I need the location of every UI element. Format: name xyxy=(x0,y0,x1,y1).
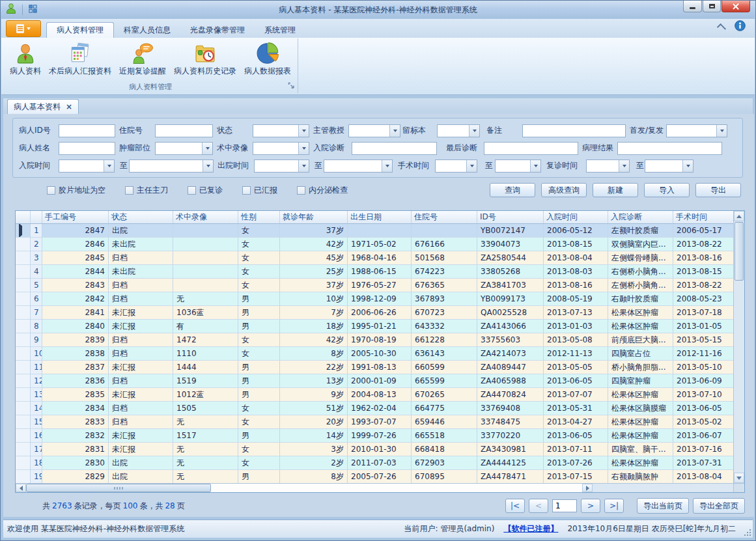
scroll-left-arrow[interactable] xyxy=(16,484,26,492)
export-current-page-button[interactable]: 导出当前页 xyxy=(637,498,689,514)
combo-dropdown-button[interactable] xyxy=(530,160,540,172)
combo-dropdown-button[interactable] xyxy=(104,160,114,172)
filter-combo-3-6[interactable] xyxy=(495,160,541,173)
row-selector[interactable] xyxy=(16,251,31,265)
filter-input-1-2[interactable] xyxy=(155,124,213,137)
filter-combo-1-3[interactable] xyxy=(253,124,309,137)
ribbon-button-history-folder-clock[interactable]: 病人资料历史记录 xyxy=(170,40,240,77)
new-button[interactable]: 新建 xyxy=(593,183,638,197)
combo-dropdown-button[interactable] xyxy=(298,125,309,137)
query-button[interactable]: 查询 xyxy=(490,183,535,197)
ribbon-tab-4[interactable]: 系统管理 xyxy=(255,23,305,38)
resize-grip-icon[interactable] xyxy=(744,529,751,536)
table-row[interactable]: 192829出院无男8岁2005-07-26670895ZA4478471201… xyxy=(16,470,744,484)
table-row[interactable]: 142834归档1505女51岁1962-02-0466477533769408… xyxy=(16,402,744,415)
filter-checkbox-5[interactable]: 内分泌检查 xyxy=(297,185,348,196)
horizontal-scroll-thumb[interactable] xyxy=(26,484,211,492)
table-row[interactable]: 132835未汇报1012蓝男9岁2004-08-13670265ZA44708… xyxy=(16,388,744,402)
filter-checkbox-2[interactable]: 主任主刀 xyxy=(125,185,168,196)
layout-squares-icon[interactable] xyxy=(28,4,38,16)
close-button[interactable] xyxy=(721,1,750,12)
row-selector[interactable] xyxy=(16,456,31,470)
minimize-button[interactable] xyxy=(683,1,702,12)
combo-dropdown-button[interactable] xyxy=(619,160,629,172)
tab-patient-basic-info[interactable]: 病人基本资料 × xyxy=(7,99,79,114)
table-row[interactable]: 112837未汇报1444男22岁1991-08-13660599ZA40894… xyxy=(16,361,744,374)
row-selector[interactable] xyxy=(16,443,31,456)
row-selector[interactable] xyxy=(16,292,31,306)
ribbon-button-report-calendar[interactable]: 术后病人汇报资料 xyxy=(45,40,115,77)
last-page-button[interactable]: >| xyxy=(604,499,624,513)
combo-dropdown-button[interactable] xyxy=(466,160,477,172)
table-row[interactable]: 72841未汇报1036蓝男7岁2006-06-26670723QA002552… xyxy=(16,306,744,320)
row-selector[interactable] xyxy=(16,265,31,279)
combo-dropdown-button[interactable] xyxy=(682,160,693,172)
column-header[interactable]: ID号 xyxy=(477,211,544,223)
column-header[interactable]: 入院时间 xyxy=(544,211,608,223)
table-row[interactable]: 162832未汇报1517男14岁1999-07-266655183377022… xyxy=(16,429,744,443)
next-page-button[interactable]: > xyxy=(581,499,600,513)
combo-dropdown-button[interactable] xyxy=(389,125,400,137)
table-row[interactable]: 82840未汇报有男18岁1995-01-21643332ZA414306620… xyxy=(16,320,744,333)
row-selector[interactable] xyxy=(16,347,31,361)
filter-combo-3-4[interactable] xyxy=(324,160,393,173)
row-selector[interactable] xyxy=(16,388,31,402)
scroll-right-arrow[interactable] xyxy=(582,484,593,492)
table-row[interactable]: 92839归档1472女42岁1970-08-19661228337556032… xyxy=(16,333,744,347)
page-number-input[interactable] xyxy=(552,499,577,512)
app-menu-button[interactable] xyxy=(6,20,41,37)
row-selector[interactable] xyxy=(16,374,31,388)
scroll-down-arrow[interactable] xyxy=(734,473,744,483)
column-header[interactable]: 入院诊断 xyxy=(608,211,673,223)
filter-combo-2-2[interactable] xyxy=(155,142,213,155)
filter-combo-1-4[interactable] xyxy=(348,124,400,137)
filter-checkbox-3[interactable]: 已复诊 xyxy=(188,185,223,196)
vertical-scroll-thumb[interactable] xyxy=(735,222,744,281)
maximize-button[interactable] xyxy=(703,1,721,12)
row-selector[interactable] xyxy=(16,415,31,429)
column-header[interactable]: 出生日期 xyxy=(348,211,412,223)
first-page-button[interactable]: |< xyxy=(505,499,525,513)
filter-combo-3-7[interactable] xyxy=(586,160,630,173)
ribbon-button-pie-chart[interactable]: 病人数据报表 xyxy=(240,40,295,77)
combo-dropdown-button[interactable] xyxy=(202,143,212,154)
table-row[interactable]: 12847出院女37岁YB00721472006-05-12左额叶胶质瘤2006… xyxy=(16,224,744,238)
column-header[interactable]: 术中录像 xyxy=(173,211,238,223)
import-button[interactable]: 导入 xyxy=(644,183,690,197)
ribbon-button-patient[interactable]: 病人资料 xyxy=(6,40,45,77)
combo-dropdown-button[interactable] xyxy=(298,143,309,154)
advanced-query-button[interactable]: 高级查询 xyxy=(541,183,587,197)
filter-combo-2-3[interactable] xyxy=(253,142,309,155)
filter-combo-3-1[interactable] xyxy=(59,160,115,173)
filter-input-2-4[interactable] xyxy=(352,142,437,155)
filter-combo-3-8[interactable] xyxy=(645,160,693,173)
row-selector[interactable] xyxy=(16,279,31,292)
row-selector[interactable] xyxy=(16,224,31,238)
registered-link[interactable]: 【软件已注册】 xyxy=(503,523,558,534)
prev-page-button[interactable]: < xyxy=(529,499,548,513)
ribbon-tab-2[interactable]: 科室人员信息 xyxy=(114,23,180,38)
combo-dropdown-button[interactable] xyxy=(203,160,213,172)
row-selector[interactable] xyxy=(16,306,31,320)
ribbon-tab-3[interactable]: 光盘录像带管理 xyxy=(180,23,255,38)
column-header[interactable]: 就诊年龄 xyxy=(280,211,348,223)
row-selector[interactable] xyxy=(16,333,31,347)
row-selector[interactable] xyxy=(16,429,31,443)
close-tab-icon[interactable]: × xyxy=(66,102,72,111)
filter-combo-1-5[interactable] xyxy=(437,124,480,137)
filter-combo-3-2[interactable] xyxy=(129,160,214,173)
column-header[interactable]: 手工编号 xyxy=(42,211,109,223)
table-row[interactable]: 52843归档女37岁1976-05-27676365ZA38417032013… xyxy=(16,279,744,292)
chevron-up-icon[interactable] xyxy=(717,23,726,33)
scroll-up-arrow[interactable] xyxy=(734,211,744,221)
filter-input-1-6[interactable] xyxy=(522,124,626,137)
filter-checkbox-4[interactable]: 已汇报 xyxy=(242,185,277,196)
table-row[interactable]: 42844未出院女25岁1988-06-15674223338052682013… xyxy=(16,265,744,279)
filter-combo-3-3[interactable] xyxy=(254,160,309,173)
row-selector[interactable] xyxy=(16,402,31,415)
table-row[interactable]: 122836归档1519男13岁2000-01-09665599ZA406598… xyxy=(16,374,744,388)
table-row[interactable]: 182830出院无女2岁2011-07-03672903ZA4444125201… xyxy=(16,456,744,470)
row-selector[interactable] xyxy=(16,361,31,374)
column-header[interactable]: 状态 xyxy=(109,211,173,223)
column-header[interactable]: 性别 xyxy=(238,211,280,223)
